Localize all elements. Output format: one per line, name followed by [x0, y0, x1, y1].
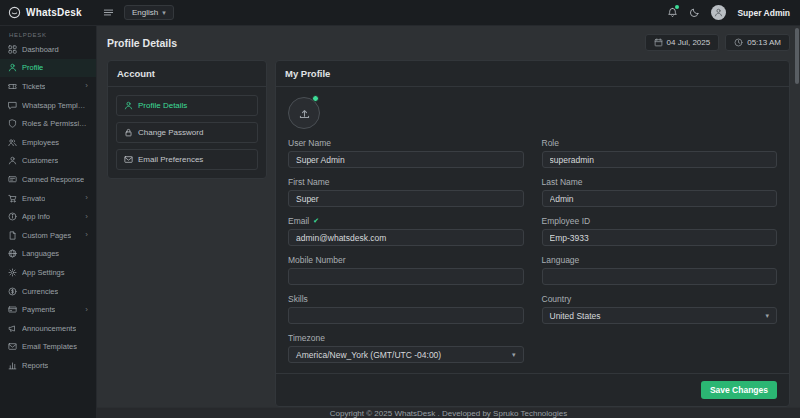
- main-content: Profile Details 04 Jul, 2025 05:13 AM Ac…: [97, 26, 800, 418]
- time-button[interactable]: 05:13 AM: [725, 34, 790, 51]
- sidebar-item-label: Reports: [22, 361, 48, 370]
- sidebar-item-app-info[interactable]: App Info›: [0, 207, 96, 226]
- field-language: Language: [542, 255, 778, 285]
- brand[interactable]: WhatsDesk: [0, 6, 97, 19]
- mail-icon: [124, 155, 133, 164]
- profile-panel-footer: Save Changes: [276, 373, 789, 406]
- sidebar-item-label: Profile: [22, 63, 43, 72]
- chevron-right-icon: ›: [85, 213, 88, 221]
- account-item-label: Change Password: [138, 128, 203, 137]
- sidebar-item-label: App Settings: [22, 268, 65, 277]
- profile-avatar-upload[interactable]: [288, 97, 320, 129]
- field-timezone: TimezoneAmerica/New_York (GMT/UTC -04:00…: [288, 333, 524, 363]
- cart-icon: [8, 194, 17, 203]
- sidebar-item-envato[interactable]: Envato›: [0, 189, 96, 208]
- field-mobile-number: Mobile Number: [288, 255, 524, 285]
- chart-icon: [8, 361, 17, 370]
- sidebar-item-label: Custom Pages: [22, 231, 71, 240]
- my-profile-title: My Profile: [276, 61, 789, 87]
- sidebar-item-reports[interactable]: Reports: [0, 356, 96, 375]
- notifications-bell-icon[interactable]: [667, 7, 678, 18]
- field-label-first-name: First Name: [288, 177, 524, 187]
- ticket-icon: [8, 82, 17, 91]
- language-input[interactable]: [542, 268, 778, 285]
- field-label-timezone: Timezone: [288, 333, 524, 343]
- pages-icon: [8, 231, 17, 240]
- sidebar-item-email-templates[interactable]: Email Templates: [0, 338, 96, 357]
- sidebar-item-label: Payments: [22, 305, 55, 314]
- sidebar-item-label: Tickets: [22, 82, 45, 91]
- field-label-country: Country: [542, 294, 778, 304]
- theme-toggle-icon[interactable]: [689, 7, 700, 18]
- menu-toggle-icon[interactable]: [103, 7, 114, 18]
- lock-icon: [124, 128, 133, 137]
- sidebar-item-label: Email Templates: [22, 342, 77, 351]
- chevron-right-icon: ›: [85, 231, 88, 239]
- clock-icon: [734, 38, 743, 47]
- sidebar-item-roles-permissions[interactable]: Roles & Permissions: [0, 114, 96, 133]
- verified-check-icon: ✔: [313, 217, 319, 225]
- save-changes-button[interactable]: Save Changes: [701, 381, 777, 399]
- mail-icon: [8, 342, 17, 351]
- shield-icon: [8, 119, 17, 128]
- sidebar-item-languages[interactable]: Languages: [0, 245, 96, 264]
- card-icon: [8, 305, 17, 314]
- timezone-select[interactable]: America/New_York (GMT/UTC -04:00)▾: [288, 346, 524, 363]
- sidebar-item-profile[interactable]: Profile: [0, 59, 96, 78]
- globe-icon: [8, 249, 17, 258]
- country-select[interactable]: United States▾: [542, 307, 778, 324]
- date-button[interactable]: 04 Jul, 2025: [645, 34, 720, 51]
- sidebar: HELPDESK DashboardProfileTickets›Whatsap…: [0, 26, 97, 418]
- chat-icon: [8, 101, 17, 110]
- sidebar-item-custom-pages[interactable]: Custom Pages›: [0, 226, 96, 245]
- account-panel-title: Account: [108, 61, 266, 87]
- last-name-input[interactable]: [542, 190, 778, 207]
- chevron-down-icon: ▾: [765, 312, 769, 319]
- field-label-email: Email✔: [288, 216, 524, 226]
- account-panel: Account Profile DetailsChange PasswordEm…: [107, 60, 267, 179]
- sidebar-section-label: HELPDESK: [0, 29, 96, 40]
- email-input[interactable]: [288, 229, 524, 246]
- field-label-last-name: Last Name: [542, 177, 778, 187]
- user-name-input[interactable]: [288, 151, 524, 168]
- account-item-email-preferences[interactable]: Email Preferences: [116, 149, 258, 170]
- first-name-input[interactable]: [288, 190, 524, 207]
- field-skills: Skills: [288, 294, 524, 324]
- chevron-right-icon: ›: [85, 82, 88, 90]
- sidebar-item-label: Envato: [22, 194, 45, 203]
- dashboard-icon: [8, 45, 17, 54]
- field-role: Role: [542, 138, 778, 168]
- copyright-text: Copyright © 2025 WhatsDesk . Developed b…: [330, 409, 567, 418]
- users-icon: [8, 138, 17, 147]
- sidebar-item-dashboard[interactable]: Dashboard: [0, 40, 96, 59]
- user-icon: [124, 101, 133, 110]
- sidebar-item-currencies[interactable]: Currencies: [0, 282, 96, 301]
- field-last-name: Last Name: [542, 177, 778, 207]
- role-input[interactable]: [542, 151, 778, 168]
- chevron-right-icon: ›: [85, 306, 88, 314]
- scrollbar[interactable]: [795, 28, 799, 84]
- account-item-profile-details[interactable]: Profile Details: [116, 95, 258, 116]
- sidebar-item-app-settings[interactable]: App Settings: [0, 263, 96, 282]
- field-first-name: First Name: [288, 177, 524, 207]
- sidebar-item-employees[interactable]: Employees: [0, 133, 96, 152]
- language-dropdown[interactable]: English ▾: [124, 5, 174, 20]
- mobile-number-input[interactable]: [288, 268, 524, 285]
- sidebar-item-canned-response[interactable]: Canned Response: [0, 170, 96, 189]
- sidebar-nav: DashboardProfileTickets›Whatsapp Templat…: [0, 40, 96, 375]
- sidebar-item-label: App Info: [22, 212, 50, 221]
- sidebar-item-announcements[interactable]: Announcements: [0, 319, 96, 338]
- employee-id-input[interactable]: [542, 229, 778, 246]
- sidebar-item-whatsapp-templates[interactable]: Whatsapp Templates: [0, 96, 96, 115]
- page-header: Profile Details 04 Jul, 2025 05:13 AM: [97, 26, 800, 58]
- sidebar-item-payments[interactable]: Payments›: [0, 300, 96, 319]
- sidebar-item-label: Customers: [22, 156, 58, 165]
- sidebar-item-tickets[interactable]: Tickets›: [0, 77, 96, 96]
- gear-icon: [8, 268, 17, 277]
- megaphone-icon: [8, 324, 17, 333]
- chevron-right-icon: ›: [85, 194, 88, 202]
- user-avatar[interactable]: [711, 5, 726, 20]
- account-item-change-password[interactable]: Change Password: [116, 122, 258, 143]
- skills-input[interactable]: [288, 307, 524, 324]
- sidebar-item-customers[interactable]: Customers: [0, 152, 96, 171]
